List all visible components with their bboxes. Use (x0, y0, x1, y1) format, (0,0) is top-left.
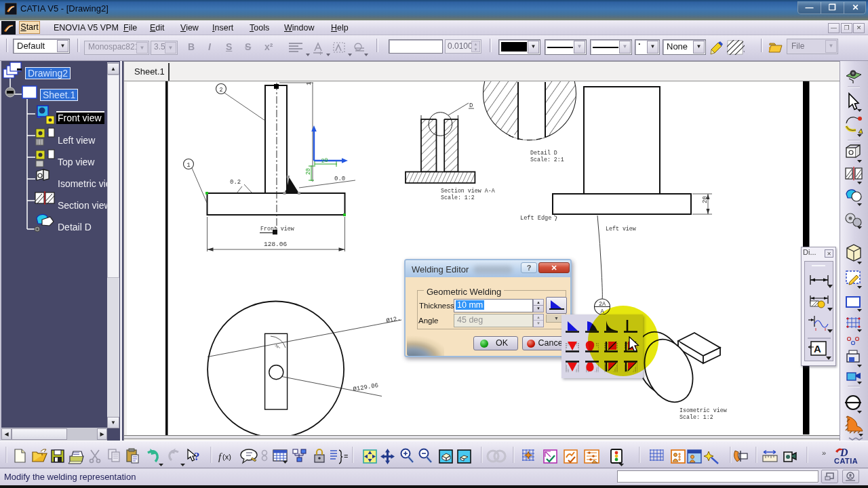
svg-text:Isometric view: Isometric view (679, 407, 727, 413)
svg-text:Scale: 1:2: Scale: 1:2 (679, 414, 713, 420)
svg-text:20: 20 (305, 168, 312, 175)
svg-text:=: = (344, 452, 348, 460)
svg-text:CATIA: CATIA (834, 457, 858, 465)
svg-text:2: 2 (219, 87, 222, 94)
svg-text:+: + (319, 50, 322, 56)
svg-text:?: ? (194, 450, 200, 463)
svg-text:Detail D: Detail D (530, 150, 557, 156)
svg-text:Section view A-A: Section view A-A (441, 188, 495, 194)
svg-text:»: » (822, 449, 826, 457)
svg-text:(x): (x) (222, 453, 231, 461)
svg-text:Scale: 1:2: Scale: 1:2 (441, 195, 475, 201)
svg-text:Left Edge: Left Edge (520, 215, 551, 222)
svg-text:0.0: 0.0 (334, 176, 345, 182)
svg-text:2A: 2A (599, 301, 606, 308)
svg-text:Left view: Left view (606, 226, 636, 232)
svg-text:20: 20 (702, 196, 709, 203)
svg-text:Ø129.06: Ø129.06 (353, 382, 379, 393)
svg-text:D: D (469, 102, 473, 109)
svg-text:10: 10 (306, 81, 313, 85)
svg-text:0.2: 0.2 (230, 179, 241, 186)
svg-text:128.06: 128.06 (264, 241, 288, 248)
svg-text:1: 1 (186, 162, 190, 169)
svg-text:Scale: 2:1: Scale: 2:1 (530, 157, 564, 163)
svg-text:Ø12.: Ø12. (386, 315, 401, 325)
svg-text:A: A (814, 343, 821, 354)
svg-text:20: 20 (321, 157, 328, 165)
